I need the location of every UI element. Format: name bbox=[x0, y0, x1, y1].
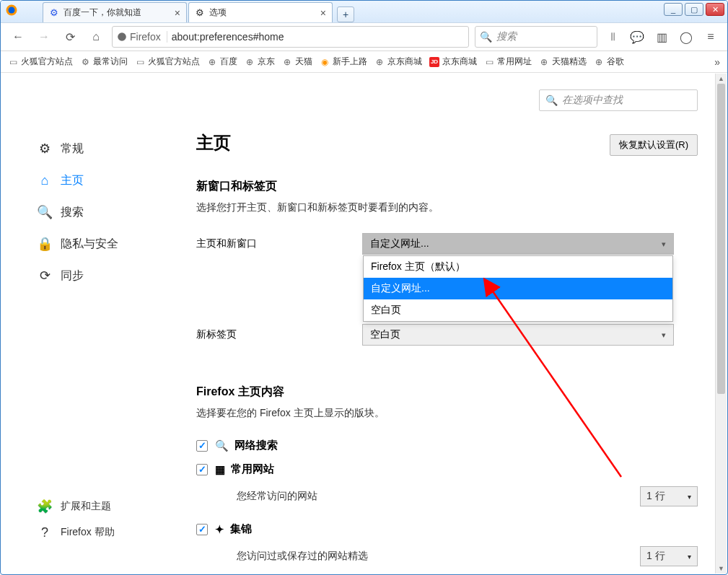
content-scroll: 🔍 在选项中查找 ⚙常规 ⌂主页 🔍搜索 🔒隐私与安全 ⟳同步 🧩扩展和主题 ?… bbox=[1, 74, 727, 574]
home-icon: ⌂ bbox=[38, 173, 52, 188]
restore-defaults-button[interactable]: 恢复默认设置(R) bbox=[610, 134, 698, 156]
close-icon[interactable]: × bbox=[320, 7, 326, 19]
url-text: about:preferences#home bbox=[172, 31, 284, 43]
home-button[interactable]: ⌂ bbox=[86, 27, 106, 47]
homepage-label: 主页和新窗口 bbox=[196, 237, 362, 250]
firefox-shield-icon bbox=[117, 32, 127, 42]
chevron-down-icon: ▾ bbox=[688, 493, 691, 501]
checkbox[interactable]: ✓ bbox=[196, 524, 208, 535]
options-search-input[interactable]: 🔍 在选项中查找 bbox=[539, 89, 698, 111]
globe-icon: ⊕ bbox=[539, 57, 549, 67]
topsites-desc: 您经常访问的网站 bbox=[237, 490, 317, 503]
bookmark-item[interactable]: ⊕京东 bbox=[245, 56, 275, 68]
search-bar[interactable]: 🔍 搜索 bbox=[475, 26, 597, 48]
firefox-home-content-section: Firefox 主页内容 选择要在您的 Firefox 主页上显示的版块。 ✓ … bbox=[196, 385, 698, 566]
sidenav-privacy[interactable]: 🔒隐私与安全 bbox=[33, 228, 163, 260]
bookmark-item[interactable]: ▭火狐官方站点 bbox=[135, 56, 200, 68]
vertical-scrollbar[interactable]: ▲ ▼ bbox=[715, 74, 727, 574]
sidenav-general[interactable]: ⚙常规 bbox=[33, 133, 163, 164]
url-bar[interactable]: Firefox about:preferences#home bbox=[112, 26, 469, 48]
scrollbar-thumb[interactable] bbox=[717, 84, 725, 394]
reload-button[interactable]: ⟳ bbox=[60, 27, 80, 47]
scroll-down-icon[interactable]: ▼ bbox=[716, 563, 727, 574]
sidenav-search[interactable]: 🔍搜索 bbox=[33, 196, 163, 228]
bookmark-item[interactable]: ⊕谷歌 bbox=[594, 56, 624, 68]
preferences-sidenav: ⚙常规 ⌂主页 🔍搜索 🔒隐私与安全 ⟳同步 bbox=[33, 133, 163, 291]
search-placeholder: 搜索 bbox=[496, 30, 517, 43]
options-search-placeholder: 在选项中查找 bbox=[562, 94, 623, 107]
highlights-checkbox-row: ✓ ✦集锦 bbox=[196, 522, 698, 536]
newtab-select[interactable]: 空白页 ▾ bbox=[362, 324, 674, 346]
topsites-checkbox-row: ✓ ▦常用网站 bbox=[196, 462, 698, 476]
tab-baidu[interactable]: ⚙ 百度一下，你就知道 × bbox=[43, 2, 187, 22]
bookmark-item[interactable]: ⊕天猫 bbox=[282, 56, 312, 68]
bookmark-item[interactable]: JD京东商城 bbox=[429, 56, 477, 68]
sidenav-sync[interactable]: ⟳同步 bbox=[33, 260, 163, 291]
globe-icon: ⊕ bbox=[594, 57, 604, 67]
bookmarks-toolbar: ▭火狐官方站点 ⚙最常访问 ▭火狐官方站点 ⊕百度 ⊕京东 ⊕天猫 ◉新手上路 … bbox=[1, 51, 727, 73]
sidebar-icon[interactable]: ▥ bbox=[652, 27, 671, 46]
sidenav-help[interactable]: ?Firefox 帮助 bbox=[33, 519, 177, 545]
sync-icon: ⟳ bbox=[38, 268, 52, 284]
scroll-up-icon[interactable]: ▲ bbox=[716, 74, 727, 84]
bookmark-item[interactable]: ⊕天猫精选 bbox=[539, 56, 587, 68]
checkbox[interactable]: ✓ bbox=[196, 440, 208, 452]
bookmark-item[interactable]: ▭常用网址 bbox=[484, 56, 532, 68]
topsites-subrow: 您经常访问的网站 1 行▾ bbox=[237, 486, 698, 506]
select-value: 自定义网址... bbox=[370, 237, 429, 250]
dropdown-option-blank[interactable]: 空白页 bbox=[364, 299, 672, 321]
topsites-rows-select[interactable]: 1 行▾ bbox=[640, 486, 698, 506]
window-buttons: _ ▢ ✕ bbox=[664, 3, 724, 16]
menu-icon[interactable]: ≡ bbox=[701, 27, 720, 46]
highlights-rows-select[interactable]: 1 行▾ bbox=[640, 546, 698, 566]
search-icon: 🔍 bbox=[38, 204, 52, 220]
firefox-icon: ◉ bbox=[320, 57, 330, 67]
forward-button[interactable]: → bbox=[34, 27, 54, 47]
firefox-window: ⚙ 百度一下，你就知道 × ⚙ 选项 × + _ ▢ ✕ ← → ⟳ ⌂ Fir… bbox=[0, 0, 728, 575]
sidenav-extensions[interactable]: 🧩扩展和主题 bbox=[33, 493, 177, 519]
search-icon: 🔍 bbox=[215, 439, 229, 452]
dropdown-option-default[interactable]: Firefox 主页（默认） bbox=[364, 256, 672, 278]
close-window-button[interactable]: ✕ bbox=[706, 3, 724, 16]
new-tab-button[interactable]: + bbox=[337, 6, 354, 22]
gear-icon: ⚙ bbox=[80, 57, 90, 67]
homepage-row: 主页和新窗口 自定义网址... ▾ Firefox 主页（默认） 自定义网址..… bbox=[196, 233, 698, 255]
globe-icon: ⊕ bbox=[207, 57, 217, 67]
section-description: 选择您打开主页、新窗口和新标签页时要看到的内容。 bbox=[196, 201, 698, 214]
folder-icon: ▭ bbox=[8, 57, 18, 67]
maximize-button[interactable]: ▢ bbox=[685, 3, 703, 16]
chat-icon[interactable]: 💬 bbox=[628, 27, 646, 46]
minimize-button[interactable]: _ bbox=[664, 3, 683, 16]
grid-icon: ▦ bbox=[215, 463, 225, 476]
site-identity[interactable]: Firefox bbox=[117, 31, 167, 43]
gear-icon: ⚙ bbox=[38, 141, 52, 157]
close-icon[interactable]: × bbox=[175, 7, 180, 19]
bookmark-item[interactable]: ▭火狐官方站点 bbox=[8, 56, 73, 68]
back-button[interactable]: ← bbox=[8, 27, 28, 47]
globe-icon: ⊕ bbox=[282, 57, 292, 67]
section-heading: 新窗口和标签页 bbox=[196, 179, 698, 194]
newtab-row: 新标签页 空白页 ▾ bbox=[196, 324, 698, 346]
puzzle-icon: 🧩 bbox=[38, 499, 52, 514]
bookmark-item[interactable]: ⊕百度 bbox=[207, 56, 237, 68]
sidenav-home[interactable]: ⌂主页 bbox=[33, 164, 163, 196]
bookmark-item[interactable]: ◉新手上路 bbox=[320, 56, 367, 68]
globe-icon: ⊕ bbox=[374, 57, 385, 67]
section-description: 选择要在您的 Firefox 主页上显示的版块。 bbox=[196, 407, 698, 420]
dropdown-option-custom[interactable]: 自定义网址... bbox=[364, 278, 672, 299]
highlights-desc: 您访问过或保存过的网站精选 bbox=[237, 550, 368, 563]
websearch-checkbox-row: ✓ 🔍网络搜索 bbox=[196, 439, 698, 452]
bookmarks-overflow-icon[interactable]: » bbox=[714, 56, 720, 68]
firefox-logo-icon bbox=[5, 4, 18, 17]
library-icon[interactable]: ⫴ bbox=[603, 27, 622, 46]
svg-point-2 bbox=[118, 32, 126, 41]
bookmark-item[interactable]: ⚙最常访问 bbox=[80, 56, 128, 68]
preferences-sidenav-bottom: 🧩扩展和主题 ?Firefox 帮助 bbox=[33, 493, 177, 545]
tab-options[interactable]: ⚙ 选项 × bbox=[188, 2, 333, 22]
homepage-select[interactable]: 自定义网址... ▾ Firefox 主页（默认） 自定义网址... 空白页 bbox=[362, 233, 674, 255]
highlights-subrow: 您访问过或保存过的网站精选 1 行▾ bbox=[237, 546, 698, 566]
checkbox[interactable]: ✓ bbox=[196, 464, 208, 475]
bookmark-item[interactable]: ⊕京东商城 bbox=[374, 56, 422, 68]
lock-icon: 🔒 bbox=[38, 236, 52, 252]
account-icon[interactable]: ◯ bbox=[677, 27, 696, 46]
